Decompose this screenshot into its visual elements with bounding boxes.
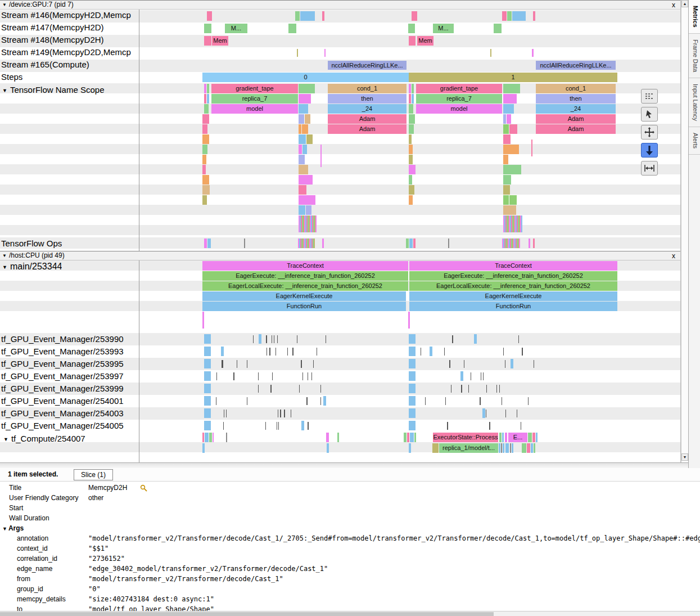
trace-slice[interactable]	[534, 360, 534, 368]
trace-slice[interactable]	[503, 155, 508, 164]
trace-slice[interactable]	[202, 312, 204, 329]
collapse-arrow-icon[interactable]: ▼	[2, 2, 7, 7]
trace-slice[interactable]	[269, 348, 270, 356]
trace-slice[interactable]	[299, 385, 300, 393]
trace-slice[interactable]	[224, 410, 224, 417]
trace-slice[interactable]: EagerLocalExecute: __inference_train_fun…	[409, 281, 617, 291]
trace-slice[interactable]	[306, 205, 311, 215]
trace-slice[interactable]	[503, 145, 519, 154]
trace-slice[interactable]	[204, 359, 211, 368]
trace-slice[interactable]	[299, 114, 304, 124]
trace-slice[interactable]	[409, 134, 412, 144]
trace-slice[interactable]	[308, 422, 309, 430]
trace-slice[interactable]	[204, 334, 211, 344]
trace-slice[interactable]: EagerKernelExecute	[202, 291, 406, 301]
trace-slice[interactable]	[409, 195, 413, 205]
trace-slice[interactable]	[474, 334, 477, 344]
trace-slice[interactable]	[531, 443, 533, 453]
trace-slice[interactable]	[337, 433, 339, 442]
trace-slice[interactable]: Adam	[536, 114, 616, 124]
trace-slice[interactable]	[503, 84, 520, 93]
trace-slice[interactable]	[204, 384, 211, 393]
trace-slice[interactable]	[512, 443, 513, 453]
trace-slice[interactable]: replica_7	[416, 94, 502, 104]
trace-slice[interactable]	[226, 410, 227, 417]
trace-slice[interactable]	[247, 360, 247, 368]
trace-slice[interactable]	[509, 124, 517, 134]
trace-slice[interactable]	[202, 175, 209, 185]
trace-slice[interactable]	[468, 385, 469, 393]
trace-slice[interactable]: Adam	[328, 124, 407, 134]
trace-slice[interactable]	[461, 385, 462, 393]
trace-slice[interactable]	[409, 155, 413, 164]
trace-slice[interactable]	[280, 410, 281, 417]
trace-slice[interactable]	[409, 408, 416, 418]
trace-slice[interactable]: TraceContext	[202, 261, 408, 271]
trace-slice[interactable]	[322, 11, 324, 21]
trace-slice[interactable]	[267, 348, 267, 356]
trace-slice[interactable]	[503, 165, 521, 174]
trace-slice[interactable]	[489, 422, 490, 430]
trace-slice[interactable]	[410, 433, 414, 442]
trace-slice[interactable]	[505, 433, 507, 442]
trace-slice[interactable]	[460, 371, 463, 381]
trace-slice[interactable]	[496, 385, 497, 393]
trace-slice[interactable]	[505, 443, 509, 453]
trace-slice[interactable]	[406, 239, 409, 248]
trace-slice[interactable]	[444, 348, 445, 356]
trace-slice[interactable]	[202, 443, 205, 453]
trace-slice[interactable]	[536, 433, 538, 442]
trace-slice[interactable]	[503, 348, 504, 356]
trace-slice[interactable]: EagerLocalExecute: __inference_train_fun…	[202, 281, 408, 291]
trace-slice[interactable]	[511, 359, 513, 368]
trace-slice[interactable]	[259, 334, 261, 344]
trace-slice[interactable]	[503, 175, 511, 185]
trace-slice[interactable]	[481, 372, 481, 380]
trace-slice[interactable]	[221, 347, 224, 356]
trace-slice[interactable]	[326, 433, 329, 442]
zoom-tool-button[interactable]	[641, 143, 658, 158]
trace-slice[interactable]	[430, 347, 432, 356]
trace-slice[interactable]	[409, 175, 412, 185]
trace-slice[interactable]	[299, 205, 305, 215]
tab-slice[interactable]: Slice (1)	[74, 469, 113, 480]
trace-slice[interactable]	[412, 84, 414, 93]
collapse-arrow-icon[interactable]: ▼	[2, 264, 7, 270]
trace-slice[interactable]	[529, 239, 530, 248]
trace-slice[interactable]	[448, 239, 449, 248]
trace-slice[interactable]	[409, 185, 414, 195]
trace-slice[interactable]	[226, 433, 227, 442]
trace-slice[interactable]	[528, 397, 529, 405]
trace-slice[interactable]: model	[416, 104, 502, 114]
trace-slice[interactable]	[412, 11, 417, 21]
trace-slice[interactable]	[299, 124, 301, 134]
trace-slice[interactable]	[486, 410, 486, 417]
trace-slice[interactable]	[272, 372, 273, 380]
scroll-down-icon[interactable]: ▼	[681, 453, 688, 461]
trace-slice[interactable]: then	[536, 94, 616, 104]
trace-slice[interactable]	[237, 360, 237, 368]
trace-slice[interactable]	[409, 443, 411, 453]
trace-slice[interactable]	[301, 360, 302, 368]
trace-slice[interactable]	[528, 433, 532, 442]
trace-slice[interactable]	[505, 360, 505, 368]
trace-slice[interactable]	[503, 215, 522, 232]
trace-slice[interactable]	[409, 104, 413, 114]
trace-slice[interactable]	[204, 421, 211, 430]
trace-slice[interactable]	[532, 433, 535, 442]
process-header[interactable]: ▼/host:CPU (pid 49)x	[0, 251, 681, 260]
trace-slice[interactable]	[302, 124, 308, 134]
trace-slice[interactable]	[521, 422, 521, 430]
trace-slice[interactable]	[299, 145, 302, 154]
trace-slice[interactable]	[494, 24, 502, 33]
trace-slice[interactable]	[447, 422, 448, 430]
collapse-arrow-icon[interactable]: ▼	[2, 253, 7, 258]
trace-slice[interactable]	[202, 124, 207, 134]
trace-slice[interactable]	[299, 195, 315, 205]
trace-slice[interactable]	[204, 84, 206, 93]
trace-slice[interactable]	[204, 24, 211, 33]
trace-slice[interactable]	[313, 360, 314, 368]
trace-slice[interactable]: replica_7	[211, 94, 298, 104]
trace-slice[interactable]	[464, 360, 464, 368]
args-section-header[interactable]: ▼Args	[0, 523, 700, 533]
